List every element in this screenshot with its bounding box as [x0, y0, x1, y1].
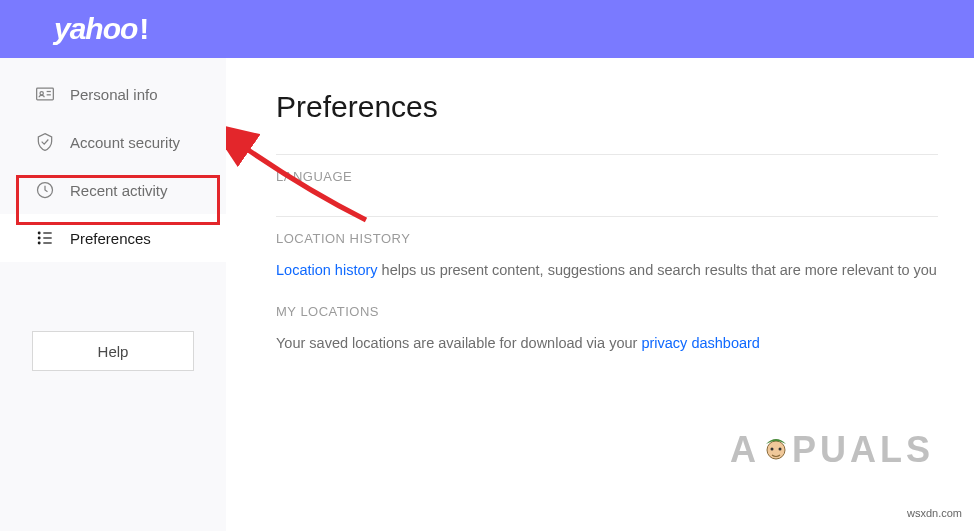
section-location-history: LOCATION HISTORY Location history helps …: [276, 216, 938, 298]
sidebar-item-label: Personal info: [70, 86, 158, 103]
svg-point-1: [40, 92, 43, 95]
svg-point-13: [770, 448, 773, 451]
sidebar-item-personal-info[interactable]: Personal info: [0, 70, 226, 118]
location-history-link[interactable]: Location history: [276, 262, 378, 278]
sidebar-item-label: Preferences: [70, 230, 151, 247]
source-url: wsxdn.com: [907, 507, 962, 519]
sidebar: Personal info Account security Recent ac…: [0, 58, 226, 531]
list-icon: [34, 227, 56, 249]
location-history-desc: helps us present content, suggestions an…: [378, 262, 937, 278]
shield-icon: [34, 131, 56, 153]
svg-point-6: [38, 237, 40, 239]
header: yahoo: [0, 0, 974, 58]
watermark-char-a: A: [730, 429, 760, 471]
sidebar-item-label: Account security: [70, 134, 180, 151]
id-card-icon: [34, 83, 56, 105]
section-header-my-locations: MY LOCATIONS: [276, 304, 938, 319]
sidebar-item-recent-activity[interactable]: Recent activity: [0, 166, 226, 214]
my-locations-desc: Your saved locations are available for d…: [276, 335, 641, 351]
section-header-language: LANGUAGE: [276, 169, 938, 184]
svg-point-5: [38, 232, 40, 234]
svg-point-14: [778, 448, 781, 451]
sidebar-item-preferences[interactable]: Preferences: [0, 214, 226, 262]
section-header-location-history: LOCATION HISTORY: [276, 231, 938, 246]
section-my-locations: MY LOCATIONS Your saved locations are av…: [276, 298, 938, 371]
section-language: LANGUAGE: [276, 154, 938, 216]
svg-point-7: [38, 242, 40, 244]
svg-rect-0: [37, 88, 54, 100]
help-button[interactable]: Help: [32, 331, 194, 371]
yahoo-logo[interactable]: yahoo: [54, 12, 148, 46]
watermark: A PUALS: [730, 429, 934, 471]
my-locations-text: Your saved locations are available for d…: [276, 333, 938, 353]
location-history-text: Location history helps us present conten…: [276, 260, 938, 280]
watermark-mascot-icon: [759, 430, 793, 470]
privacy-dashboard-link[interactable]: privacy dashboard: [641, 335, 760, 351]
sidebar-item-account-security[interactable]: Account security: [0, 118, 226, 166]
watermark-text-rest: PUALS: [792, 429, 934, 471]
page-title: Preferences: [276, 90, 938, 124]
clock-icon: [34, 179, 56, 201]
sidebar-item-label: Recent activity: [70, 182, 168, 199]
